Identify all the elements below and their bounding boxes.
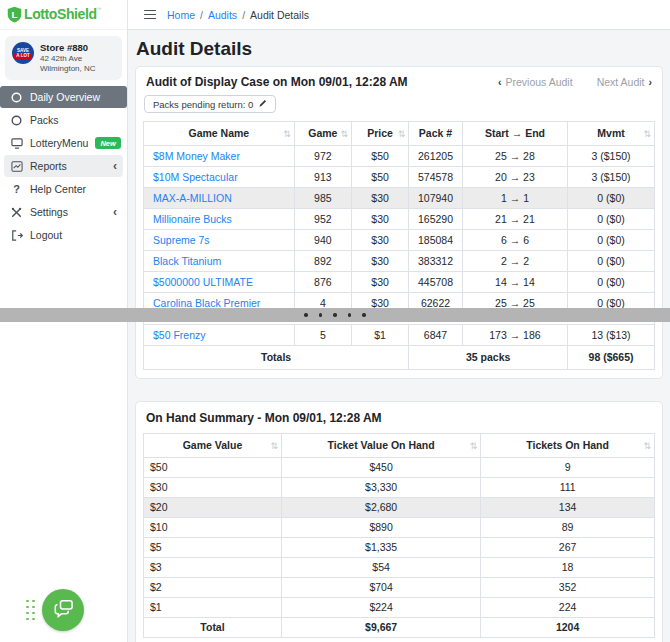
audit-card-title: Audit of Display Case on Mon 09/01, 12:2… — [146, 75, 408, 89]
cell: 892 — [294, 251, 351, 272]
next-audit-button[interactable]: Next Audit › — [597, 76, 652, 88]
table-row: Supreme 7s940$301850846 → 60 ($0) — [144, 230, 655, 251]
cell: 165290 — [409, 209, 463, 230]
column-header-mvmt[interactable]: Mvmt⇅ — [568, 122, 655, 146]
sort-icon: ⇅ — [270, 439, 278, 452]
cell: 3 ($150) — [568, 146, 655, 167]
trademark: ™ — [97, 6, 102, 12]
cell: $704 — [281, 578, 480, 598]
cell: 25 → 28 — [462, 146, 567, 167]
breadcrumb-separator: / — [200, 9, 203, 21]
table-row: $50$4509 — [144, 458, 655, 478]
cell: $30 — [351, 251, 408, 272]
sidebar-nav: Daily Overview Packs LotteryMenu New Rep… — [0, 86, 127, 246]
cell: 972 — [294, 146, 351, 167]
column-header-ticket-value-on-hand[interactable]: Ticket Value On Hand⇅ — [281, 434, 480, 458]
total-tickets: 1204 — [481, 618, 655, 638]
column-header-pack-[interactable]: Pack # — [409, 122, 463, 146]
monitor-icon — [10, 138, 23, 149]
app-root: L LottoShield ™ SAVE A LOT Store #880 42… — [0, 0, 670, 642]
column-header-price[interactable]: Price⇅ — [351, 122, 408, 146]
totals-mvmt: 98 ($665) — [568, 346, 655, 370]
store-logo-text: SAVE — [17, 48, 29, 53]
column-header-game[interactable]: Game⇅ — [294, 122, 351, 146]
game-name-link[interactable]: MAX-A-MILLION — [153, 192, 232, 204]
cell: 1 → 1 — [462, 188, 567, 209]
sidebar-item-packs[interactable]: Packs — [4, 109, 123, 131]
brand-logo[interactable]: L LottoShield ™ — [0, 0, 127, 30]
cell: 14 → 14 — [462, 272, 567, 293]
store-city: Wilmington, NC — [40, 64, 96, 74]
column-header-game-value[interactable]: Game Value⇅ — [144, 434, 282, 458]
game-name-link[interactable]: $5000000 ULTIMATE — [153, 276, 253, 288]
cell: 18 — [481, 558, 655, 578]
breadcrumb: Home / Audits / Audit Details — [167, 9, 309, 21]
totals-label: Totals — [144, 346, 409, 370]
previous-audit-button[interactable]: ‹ Previous Audit — [498, 76, 573, 88]
sidebar-item-label: Daily Overview — [30, 91, 100, 103]
sidebar-item-settings[interactable]: Settings ‹ — [4, 201, 123, 223]
total-label: Total — [144, 618, 282, 638]
table-row: $1$224224 — [144, 598, 655, 618]
cell: 352 — [481, 578, 655, 598]
breadcrumb-audits[interactable]: Audits — [208, 9, 237, 21]
column-header-game-name[interactable]: Game Name⇅ — [144, 122, 295, 146]
chart-icon — [10, 161, 23, 172]
sidebar-item-daily-overview[interactable]: Daily Overview — [0, 86, 127, 108]
chat-widget — [26, 589, 84, 631]
cell: 985 — [294, 188, 351, 209]
cell-game-value: $5 — [144, 538, 282, 558]
game-name-link[interactable]: Millionaire Bucks — [153, 213, 232, 225]
total-ticket-value: $9,667 — [281, 618, 480, 638]
sort-icon: ⇅ — [643, 439, 651, 452]
game-name-link[interactable]: Supreme 7s — [153, 234, 210, 246]
table-row: $10$89089 — [144, 518, 655, 538]
sidebar-item-lotterymenu[interactable]: LotteryMenu New — [4, 132, 123, 154]
breadcrumb-current: Audit Details — [250, 9, 309, 21]
onhand-card: On Hand Summary - Mon 09/01, 12:28 AM Ga… — [135, 401, 663, 642]
totals-packs: 35 packs — [409, 346, 568, 370]
menu-icon[interactable] — [144, 10, 156, 20]
chevron-left-icon: ‹ — [113, 207, 117, 217]
svg-text:L: L — [12, 9, 18, 20]
table-row: $20$2,680134 — [144, 498, 655, 518]
chat-drag-handle[interactable] — [26, 600, 35, 621]
cell-game-name: $8M Money Maker — [144, 146, 295, 167]
packs-pending-chip[interactable]: Packs pending return: 0 — [144, 95, 276, 113]
column-header-start-end[interactable]: Start → End — [462, 122, 567, 146]
cell: $224 — [281, 598, 480, 618]
game-name-link[interactable]: $8M Money Maker — [153, 150, 240, 162]
chat-bubbles-icon — [53, 599, 74, 621]
cell: $3,330 — [281, 478, 480, 498]
game-name-link[interactable]: $10M Spectacular — [153, 171, 238, 183]
breadcrumb-home[interactable]: Home — [167, 9, 195, 21]
cell: 3 ($150) — [568, 167, 655, 188]
cell: 261205 — [409, 146, 463, 167]
column-header-tickets-on-hand[interactable]: Tickets On Hand⇅ — [481, 434, 655, 458]
sidebar-item-reports[interactable]: Reports ‹ — [4, 155, 123, 177]
cell-game-name: $10M Spectacular — [144, 167, 295, 188]
cell: 111 — [481, 478, 655, 498]
cell: 913 — [294, 167, 351, 188]
game-name-link[interactable]: Black Titanium — [153, 255, 221, 267]
sort-icon: ⇅ — [340, 127, 348, 140]
table-row: MAX-A-MILLION985$301079401 → 10 ($0) — [144, 188, 655, 209]
cell: $54 — [281, 558, 480, 578]
chat-button[interactable] — [42, 589, 84, 631]
cell: $1,335 — [281, 538, 480, 558]
cell: 89 — [481, 518, 655, 538]
topbar: Home / Audits / Audit Details — [128, 0, 670, 30]
onhand-table: Game Value⇅Ticket Value On Hand⇅Tickets … — [143, 433, 655, 638]
breadcrumb-separator: / — [242, 9, 245, 21]
cell: 383312 — [409, 251, 463, 272]
circle-icon — [10, 92, 23, 103]
game-name-link[interactable]: Carolina Black Premier — [153, 297, 260, 309]
audit-table: Game Name⇅Game⇅Price⇅Pack #Start → EndMv… — [143, 121, 655, 370]
sidebar-item-label: Packs — [30, 114, 59, 126]
game-name-link[interactable]: $50 Frenzy — [153, 329, 206, 341]
store-selector[interactable]: SAVE A LOT Store #880 42 42th Ave Wilmin… — [5, 36, 122, 80]
cell-game-value: $2 — [144, 578, 282, 598]
sidebar-item-logout[interactable]: Logout — [4, 224, 123, 246]
table-row: $5000000 ULTIMATE876$3044570814 → 140 ($… — [144, 272, 655, 293]
sidebar-item-help-center[interactable]: ? Help Center — [4, 178, 123, 200]
